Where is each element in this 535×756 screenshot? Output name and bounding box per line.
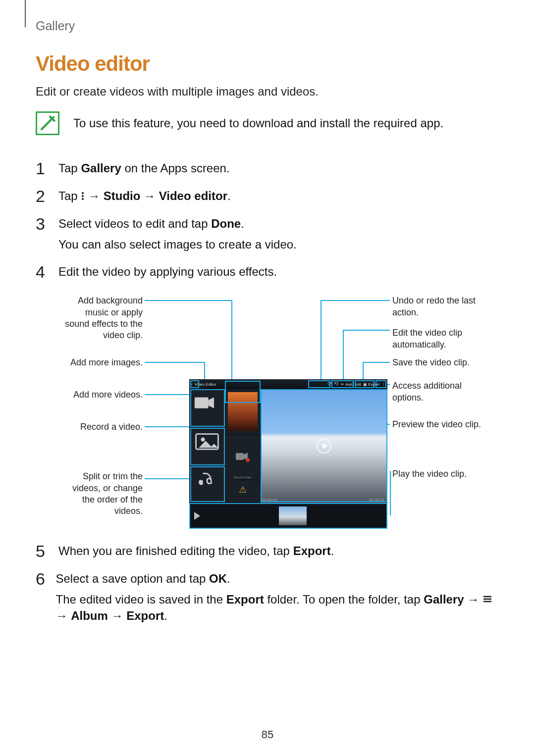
more-options-icon: [81, 191, 85, 201]
text: folder. To open the folder, tap: [264, 593, 424, 606]
text: →: [140, 189, 159, 202]
text: .: [227, 189, 231, 202]
page-number: 85: [0, 728, 535, 741]
step-body: When you are finished editing the video,…: [58, 543, 334, 559]
text-bold: Video editor: [159, 189, 227, 202]
step-subtext: You can also select images to create a v…: [58, 236, 297, 253]
hl-more: [375, 380, 386, 388]
step-body: Edit the video by applying various effec…: [58, 263, 277, 280]
hl-side-music: [190, 466, 225, 502]
hl-preview: [261, 389, 387, 502]
hl-timeline: [189, 503, 387, 529]
label-undo: Undo or redo the last action.: [392, 295, 486, 318]
steps: 1 Tap Gallery on the Apps screen. 2 Tap …: [36, 160, 499, 624]
step-number: 1: [36, 160, 50, 177]
callout-text: To use this feature, you need to downloa…: [73, 116, 443, 130]
step-6: 6 Select a save option and tap OK. The e…: [36, 570, 499, 624]
section-title: Video editor: [36, 52, 499, 76]
text: .: [164, 609, 167, 622]
step-body: Tap Gallery on the Apps screen.: [58, 160, 230, 177]
hl-side-image: [190, 428, 225, 465]
step-2: 2 Tap → Studio → Video editor.: [36, 188, 499, 204]
step-number: 5: [36, 543, 50, 559]
label-preview: Preview the video clip.: [392, 419, 486, 430]
hl-back: [190, 380, 199, 388]
section-intro: Edit or create videos with multiple imag…: [36, 85, 499, 99]
text-bold: Export: [293, 544, 331, 557]
page-content: Video editor Edit or create videos with …: [36, 52, 499, 635]
text: Select a save option and tap: [56, 572, 210, 585]
text: Select videos to edit and tap: [58, 217, 211, 230]
hl-sound: [225, 381, 261, 403]
svg-point-2: [82, 198, 84, 200]
text: Tap: [58, 161, 81, 175]
text: .: [227, 572, 230, 585]
header-divider: [25, 0, 26, 27]
label-split: Split or trim the videos, or change the …: [58, 471, 143, 517]
label-record: Record a video.: [58, 421, 143, 433]
text: Tap: [58, 189, 81, 202]
step-5: 5 When you are finished editing the vide…: [36, 543, 499, 559]
step-4: 4 Edit the video by applying various eff…: [36, 263, 499, 280]
label-play: Play the video clip.: [392, 468, 486, 480]
text-bold: OK: [209, 572, 227, 585]
text: →: [56, 609, 71, 622]
text-bold: Done: [211, 217, 241, 230]
hl-autoedit: [331, 380, 354, 388]
menu-icon: [482, 595, 492, 603]
text: →: [108, 609, 126, 622]
text-bold: Gallery: [424, 593, 464, 606]
step-1: 1 Tap Gallery on the Apps screen.: [36, 160, 499, 177]
svg-point-0: [82, 192, 84, 194]
text-bold: Studio: [104, 189, 141, 202]
text-bold: Export: [126, 609, 164, 622]
text: When you are finished editing the video,…: [58, 544, 293, 557]
text-bold: Export: [226, 593, 264, 606]
hl-export: [355, 380, 374, 388]
step-number: 2: [36, 188, 50, 204]
breadcrumb: Gallery: [36, 19, 75, 33]
hl-undo-redo: [308, 380, 330, 388]
text: .: [331, 544, 334, 557]
label-images: Add more images.: [58, 357, 143, 368]
clip-warn[interactable]: ⚠: [225, 480, 261, 503]
step-body: Select videos to edit and tap Done. You …: [58, 215, 297, 252]
note-icon: [36, 111, 59, 135]
text: →: [85, 189, 103, 202]
text: →: [464, 593, 482, 606]
label-videos: Add more videos.: [58, 389, 143, 401]
hl-side-video: [190, 389, 225, 427]
svg-point-1: [82, 195, 84, 197]
label-save: Save the video clip.: [392, 357, 486, 368]
text-bold: Gallery: [81, 161, 121, 175]
label-sound: Add background music or apply sound effe…: [58, 295, 143, 342]
clip-record[interactable]: Record video: [225, 435, 261, 480]
svg-rect-6: [236, 453, 244, 460]
label-autoedit: Edit the video clip automatically.: [392, 327, 486, 351]
step-body: Tap → Studio → Video editor.: [58, 188, 231, 204]
step-number: 4: [36, 263, 50, 280]
clip-column: Record video ⚠: [225, 389, 261, 503]
step-3: 3 Select videos to edit and tap Done. Yo…: [36, 215, 499, 252]
label-options: Access additional options.: [392, 380, 486, 403]
step-body: Select a save option and tap OK. The edi…: [56, 570, 499, 624]
callout: To use this feature, you need to downloa…: [36, 111, 499, 135]
text: The edited video is saved in the: [56, 593, 226, 606]
annotated-figure: Add background music or apply sound effe…: [55, 295, 499, 523]
step-number: 3: [36, 215, 50, 232]
text-bold: Album: [71, 609, 108, 622]
step-subtext: The edited video is saved in the Export …: [56, 591, 499, 624]
text: .: [241, 217, 244, 230]
text: on the Apps screen.: [121, 161, 230, 175]
svg-point-7: [246, 458, 250, 462]
step-number: 6: [36, 570, 47, 587]
